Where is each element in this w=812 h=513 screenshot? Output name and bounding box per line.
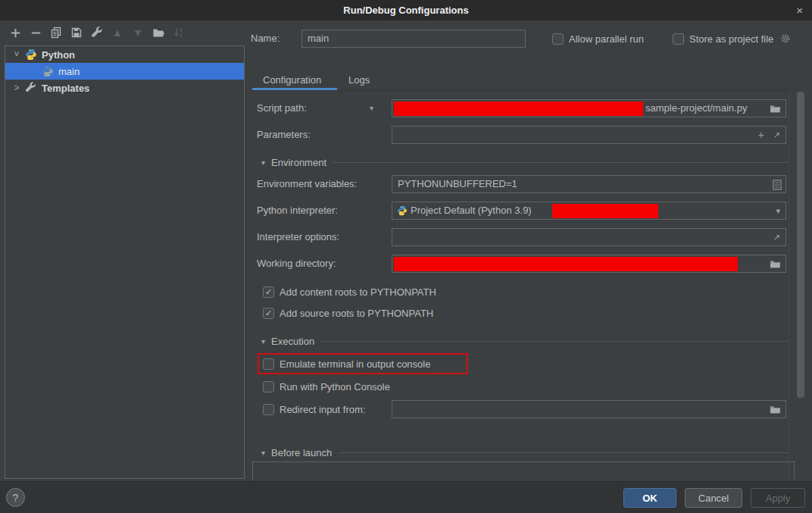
checkmark-icon: ✓ xyxy=(265,287,272,297)
python-interpreter-value: Project Default (Python 3.9) xyxy=(411,202,532,219)
redaction-bar xyxy=(394,257,738,271)
titlebar: Run/Debug Configurations × xyxy=(0,0,812,20)
move-up-icon: ▲ xyxy=(111,26,124,39)
help-button[interactable]: ? xyxy=(6,488,25,507)
store-as-project-file-checkbox[interactable] xyxy=(673,33,684,45)
tree-item-templates[interactable]: ˃ Templates xyxy=(5,80,244,96)
scrollbar-thumb[interactable] xyxy=(797,92,804,398)
redirect-input-file-input[interactable] xyxy=(392,400,786,418)
working-directory-label: Working directory: xyxy=(257,255,336,273)
cancel-button[interactable]: Cancel xyxy=(685,488,742,508)
svg-text:a: a xyxy=(180,27,183,33)
environment-section-label: Environment xyxy=(271,157,326,168)
tab-configuration[interactable]: Configuration xyxy=(263,72,321,88)
run-with-python-console-row: Run with Python Console xyxy=(263,377,390,396)
environment-variables-input[interactable]: PYTHONUNBUFFERED=1 xyxy=(392,175,786,193)
browse-folder-icon[interactable] xyxy=(769,404,782,415)
expander-right-icon[interactable]: ˃ xyxy=(11,83,22,93)
redaction-bar xyxy=(552,204,658,218)
save-configuration-icon[interactable] xyxy=(70,26,83,39)
add-content-roots-label: Add content roots to PYTHONPATH xyxy=(280,286,436,298)
tree-item-python[interactable]: ˅ Python xyxy=(5,46,244,63)
before-launch-task-list[interactable] xyxy=(252,461,795,480)
copy-configuration-icon[interactable] xyxy=(49,26,63,39)
run-with-python-console-checkbox[interactable] xyxy=(263,381,274,393)
add-content-roots-row: ✓ Add content roots to PYTHONPATH xyxy=(263,283,436,301)
tab-logs[interactable]: Logs xyxy=(348,72,370,88)
browse-variables-icon[interactable] xyxy=(773,180,782,190)
name-label: Name: xyxy=(251,30,280,48)
script-path-input[interactable]: sample-project/main.py xyxy=(392,99,786,117)
configurations-toolbar: ▲ ▼ a z xyxy=(8,26,186,39)
section-rule xyxy=(333,162,789,163)
checkmark-icon: ✓ xyxy=(265,308,272,318)
edit-templates-wrench-icon[interactable] xyxy=(90,26,104,39)
gear-icon[interactable] xyxy=(780,33,791,44)
script-path-dropdown-icon[interactable]: ▾ xyxy=(370,99,373,117)
browse-folder-icon[interactable] xyxy=(769,103,782,114)
sort-configurations-icon: a z xyxy=(172,26,186,39)
environment-section-header[interactable]: ▾ Environment xyxy=(261,156,789,168)
add-content-roots-checkbox[interactable]: ✓ xyxy=(263,286,274,298)
emulate-terminal-label: Emulate terminal in output console xyxy=(280,358,430,370)
tree-item-label: main xyxy=(57,66,80,77)
run-with-python-console-label: Run with Python Console xyxy=(280,381,390,393)
wrench-icon xyxy=(25,82,37,94)
close-icon[interactable]: × xyxy=(796,0,803,20)
store-as-project-file-label: Store as project file xyxy=(689,33,773,45)
tree-item-label: Python xyxy=(40,49,75,61)
add-source-roots-row: ✓ Add source roots to PYTHONPATH xyxy=(263,304,433,322)
expand-field-icon[interactable]: ↗ xyxy=(773,229,780,246)
tabbar-divider xyxy=(251,90,789,91)
collapse-triangle-icon[interactable]: ▾ xyxy=(261,337,265,346)
tree-item-main[interactable]: main xyxy=(5,63,244,80)
python-interpreter-label: Python interpreter: xyxy=(257,202,338,220)
ok-button[interactable]: OK xyxy=(623,488,676,508)
section-rule xyxy=(338,452,789,453)
redirect-input-checkbox[interactable] xyxy=(263,404,274,415)
dialog-title: Run/Debug Configurations xyxy=(343,5,468,16)
python-logo-icon xyxy=(397,205,408,216)
store-as-project-file-row: Store as project file xyxy=(673,30,791,48)
footer-bar: ? OK Cancel Apply xyxy=(0,481,812,513)
add-macro-plus-icon[interactable]: + xyxy=(758,127,764,143)
python-interpreter-combobox[interactable]: Project Default (Python 3.9) ▾ xyxy=(392,202,786,220)
parameters-label: Parameters: xyxy=(257,126,311,144)
apply-button: Apply xyxy=(751,488,805,508)
expander-down-icon[interactable]: ˅ xyxy=(11,49,22,60)
parameters-input[interactable]: + ↗ xyxy=(392,126,786,144)
working-directory-input[interactable] xyxy=(392,255,786,273)
execution-section-label: Execution xyxy=(271,336,314,347)
redirect-input-label: Redirect input from: xyxy=(280,404,365,415)
move-down-icon: ▼ xyxy=(131,26,145,39)
expand-field-icon[interactable]: ↗ xyxy=(773,127,780,143)
content-right-border xyxy=(789,91,789,479)
interpreter-options-input[interactable]: ↗ xyxy=(392,228,786,246)
browse-folder-icon[interactable] xyxy=(769,258,782,270)
configurations-tree: ˅ Python main xyxy=(5,45,245,479)
collapse-triangle-icon[interactable]: ▾ xyxy=(261,158,265,167)
add-configuration-icon[interactable] xyxy=(8,26,22,39)
before-launch-section-header[interactable]: ▾ Before launch xyxy=(261,446,789,458)
script-path-label: Script path: xyxy=(257,99,307,117)
svg-text:z: z xyxy=(180,33,182,38)
allow-parallel-run-checkbox[interactable] xyxy=(552,33,564,45)
new-folder-icon[interactable] xyxy=(151,26,165,39)
combobox-dropdown-icon[interactable]: ▾ xyxy=(776,202,780,219)
section-rule xyxy=(320,341,789,342)
add-source-roots-checkbox[interactable]: ✓ xyxy=(263,308,274,319)
python-logo-faded-icon xyxy=(42,65,54,77)
before-launch-section-label: Before launch xyxy=(271,447,332,458)
execution-section-header[interactable]: ▾ Execution xyxy=(261,335,789,347)
emulate-terminal-checkbox[interactable] xyxy=(263,358,274,370)
allow-parallel-run-row: Allow parallel run xyxy=(552,30,644,48)
interpreter-options-label: Interpreter options: xyxy=(257,228,339,246)
add-source-roots-label: Add source roots to PYTHONPATH xyxy=(280,308,433,319)
remove-configuration-icon[interactable] xyxy=(29,26,42,39)
name-input[interactable]: main xyxy=(301,30,526,48)
tree-item-label: Templates xyxy=(40,83,89,94)
environment-variables-label: Environment variables: xyxy=(257,175,357,193)
python-logo-icon xyxy=(25,48,37,61)
environment-variables-value: PYTHONUNBUFFERED=1 xyxy=(398,176,517,192)
collapse-triangle-icon[interactable]: ▾ xyxy=(261,449,265,457)
